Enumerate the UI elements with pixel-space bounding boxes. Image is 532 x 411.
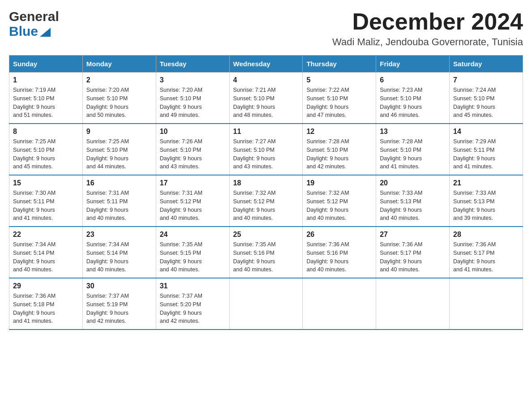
calendar-day-cell: 30Sunrise: 7:37 AMSunset: 5:19 PMDayligh…	[82, 278, 156, 330]
calendar-header-row: Sunday Monday Tuesday Wednesday Thursday…	[9, 56, 523, 73]
calendar-week-row: 1Sunrise: 7:19 AMSunset: 5:10 PMDaylight…	[9, 73, 523, 124]
calendar-day-cell: 12Sunrise: 7:28 AMSunset: 5:10 PMDayligh…	[303, 124, 376, 175]
calendar-day-cell: 2Sunrise: 7:20 AMSunset: 5:10 PMDaylight…	[82, 73, 156, 124]
calendar-day-cell: 15Sunrise: 7:30 AMSunset: 5:11 PMDayligh…	[9, 175, 83, 227]
day-info: Sunrise: 7:23 AMSunset: 5:10 PMDaylight:…	[380, 86, 446, 120]
day-number: 6	[380, 76, 446, 84]
day-info: Sunrise: 7:28 AMSunset: 5:10 PMDaylight:…	[306, 137, 372, 171]
day-info: Sunrise: 7:21 AMSunset: 5:10 PMDaylight:…	[233, 86, 299, 120]
logo-text: General Blue	[9, 9, 59, 39]
day-info: Sunrise: 7:34 AMSunset: 5:14 PMDaylight:…	[86, 240, 152, 274]
day-number: 24	[160, 231, 226, 239]
col-sunday: Sunday	[9, 56, 83, 73]
calendar-day-cell: 1Sunrise: 7:19 AMSunset: 5:10 PMDaylight…	[9, 73, 83, 124]
day-number: 7	[453, 76, 519, 84]
calendar-day-cell: 20Sunrise: 7:33 AMSunset: 5:13 PMDayligh…	[376, 175, 450, 227]
calendar-week-row: 8Sunrise: 7:25 AMSunset: 5:10 PMDaylight…	[9, 124, 523, 175]
day-info: Sunrise: 7:20 AMSunset: 5:10 PMDaylight:…	[86, 86, 152, 120]
location-title: Wadi Maliz, Jendouba Governorate, Tunisi…	[332, 36, 523, 48]
calendar-day-cell: 6Sunrise: 7:23 AMSunset: 5:10 PMDaylight…	[376, 73, 450, 124]
col-saturday: Saturday	[450, 56, 523, 73]
svg-marker-0	[40, 28, 51, 37]
day-number: 21	[453, 179, 519, 187]
col-wednesday: Wednesday	[229, 56, 303, 73]
day-number: 4	[233, 76, 299, 84]
calendar-week-row: 29Sunrise: 7:36 AMSunset: 5:18 PMDayligh…	[9, 278, 523, 330]
day-number: 28	[453, 231, 519, 239]
empty-cell	[450, 278, 523, 330]
day-info: Sunrise: 7:37 AMSunset: 5:19 PMDaylight:…	[86, 292, 152, 325]
day-info: Sunrise: 7:28 AMSunset: 5:10 PMDaylight:…	[380, 137, 446, 171]
day-number: 30	[86, 282, 152, 290]
col-tuesday: Tuesday	[156, 56, 229, 73]
day-number: 1	[13, 76, 79, 84]
day-number: 25	[233, 231, 299, 239]
calendar-day-cell: 14Sunrise: 7:29 AMSunset: 5:11 PMDayligh…	[450, 124, 523, 175]
calendar-day-cell: 28Sunrise: 7:36 AMSunset: 5:17 PMDayligh…	[450, 227, 523, 278]
day-info: Sunrise: 7:32 AMSunset: 5:12 PMDaylight:…	[233, 189, 299, 223]
calendar-day-cell: 19Sunrise: 7:32 AMSunset: 5:12 PMDayligh…	[303, 175, 376, 227]
day-number: 20	[380, 179, 446, 187]
day-info: Sunrise: 7:25 AMSunset: 5:10 PMDaylight:…	[13, 137, 79, 171]
day-info: Sunrise: 7:35 AMSunset: 5:15 PMDaylight:…	[160, 240, 226, 274]
col-monday: Monday	[82, 56, 156, 73]
day-info: Sunrise: 7:20 AMSunset: 5:10 PMDaylight:…	[160, 86, 226, 120]
day-number: 31	[160, 282, 226, 290]
day-number: 12	[306, 128, 372, 136]
calendar-week-row: 22Sunrise: 7:34 AMSunset: 5:14 PMDayligh…	[9, 227, 523, 278]
day-number: 13	[380, 128, 446, 136]
day-info: Sunrise: 7:35 AMSunset: 5:16 PMDaylight:…	[233, 240, 299, 274]
day-info: Sunrise: 7:24 AMSunset: 5:10 PMDaylight:…	[453, 86, 519, 120]
calendar-day-cell: 21Sunrise: 7:33 AMSunset: 5:13 PMDayligh…	[450, 175, 523, 227]
calendar-day-cell: 4Sunrise: 7:21 AMSunset: 5:10 PMDaylight…	[229, 73, 303, 124]
col-thursday: Thursday	[303, 56, 376, 73]
logo: General Blue	[9, 9, 59, 39]
day-info: Sunrise: 7:36 AMSunset: 5:18 PMDaylight:…	[13, 292, 79, 325]
day-number: 14	[453, 128, 519, 136]
calendar-day-cell: 18Sunrise: 7:32 AMSunset: 5:12 PMDayligh…	[229, 175, 303, 227]
calendar-day-cell: 31Sunrise: 7:37 AMSunset: 5:20 PMDayligh…	[156, 278, 229, 330]
title-section: December 2024 Wadi Maliz, Jendouba Gover…	[332, 9, 523, 48]
day-info: Sunrise: 7:27 AMSunset: 5:10 PMDaylight:…	[233, 137, 299, 171]
empty-cell	[229, 278, 303, 330]
day-info: Sunrise: 7:33 AMSunset: 5:13 PMDaylight:…	[453, 189, 519, 223]
day-number: 9	[86, 128, 152, 136]
calendar-day-cell: 24Sunrise: 7:35 AMSunset: 5:15 PMDayligh…	[156, 227, 229, 278]
day-number: 26	[306, 231, 372, 239]
logo-general: General	[9, 9, 59, 24]
calendar-day-cell: 26Sunrise: 7:36 AMSunset: 5:16 PMDayligh…	[303, 227, 376, 278]
calendar-day-cell: 8Sunrise: 7:25 AMSunset: 5:10 PMDaylight…	[9, 124, 83, 175]
day-info: Sunrise: 7:36 AMSunset: 5:16 PMDaylight:…	[306, 240, 372, 274]
calendar-day-cell: 5Sunrise: 7:22 AMSunset: 5:10 PMDaylight…	[303, 73, 376, 124]
day-number: 19	[306, 179, 372, 187]
empty-cell	[376, 278, 450, 330]
day-number: 11	[233, 128, 299, 136]
day-info: Sunrise: 7:37 AMSunset: 5:20 PMDaylight:…	[160, 292, 226, 325]
day-number: 5	[306, 76, 372, 84]
calendar-week-row: 15Sunrise: 7:30 AMSunset: 5:11 PMDayligh…	[9, 175, 523, 227]
day-info: Sunrise: 7:31 AMSunset: 5:11 PMDaylight:…	[86, 189, 152, 223]
calendar-day-cell: 22Sunrise: 7:34 AMSunset: 5:14 PMDayligh…	[9, 227, 83, 278]
day-number: 23	[86, 231, 152, 239]
calendar-day-cell: 25Sunrise: 7:35 AMSunset: 5:16 PMDayligh…	[229, 227, 303, 278]
calendar-day-cell: 7Sunrise: 7:24 AMSunset: 5:10 PMDaylight…	[450, 73, 523, 124]
day-info: Sunrise: 7:26 AMSunset: 5:10 PMDaylight:…	[160, 137, 226, 171]
day-number: 17	[160, 179, 226, 187]
day-number: 22	[13, 231, 79, 239]
day-number: 29	[13, 282, 79, 290]
calendar-day-cell: 13Sunrise: 7:28 AMSunset: 5:10 PMDayligh…	[376, 124, 450, 175]
calendar-day-cell: 23Sunrise: 7:34 AMSunset: 5:14 PMDayligh…	[82, 227, 156, 278]
calendar-day-cell: 10Sunrise: 7:26 AMSunset: 5:10 PMDayligh…	[156, 124, 229, 175]
day-info: Sunrise: 7:19 AMSunset: 5:10 PMDaylight:…	[13, 86, 79, 120]
logo-blue: Blue	[9, 24, 38, 39]
day-info: Sunrise: 7:34 AMSunset: 5:14 PMDaylight:…	[13, 240, 79, 274]
day-info: Sunrise: 7:31 AMSunset: 5:12 PMDaylight:…	[160, 189, 226, 223]
day-info: Sunrise: 7:30 AMSunset: 5:11 PMDaylight:…	[13, 189, 79, 223]
calendar-day-cell: 16Sunrise: 7:31 AMSunset: 5:11 PMDayligh…	[82, 175, 156, 227]
month-title: December 2024	[332, 9, 523, 34]
day-number: 18	[233, 179, 299, 187]
day-info: Sunrise: 7:25 AMSunset: 5:10 PMDaylight:…	[86, 137, 152, 171]
day-number: 27	[380, 231, 446, 239]
calendar-day-cell: 9Sunrise: 7:25 AMSunset: 5:10 PMDaylight…	[82, 124, 156, 175]
calendar-day-cell: 17Sunrise: 7:31 AMSunset: 5:12 PMDayligh…	[156, 175, 229, 227]
